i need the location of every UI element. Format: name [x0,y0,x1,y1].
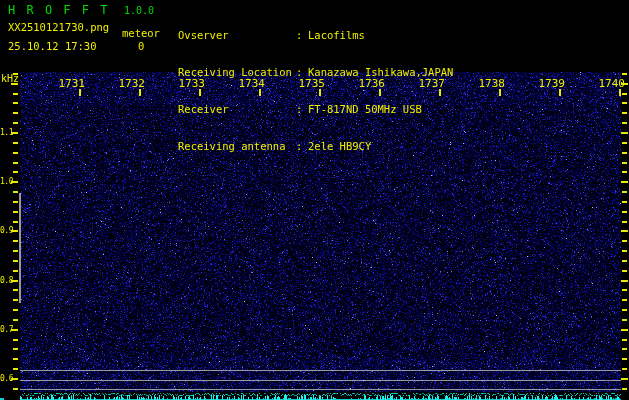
time-tick-label: 1736 [345,77,385,90]
freq-tick-label: 0.8 [0,276,13,285]
station-info-separator: : [296,140,308,153]
time-tick-label: 1732 [105,77,145,90]
time-tick-label: 1740 [585,77,625,90]
station-info-separator: : [296,103,308,116]
freq-tick-label: 0.7 [0,325,13,334]
station-info-label: Receiving antenna [178,140,296,153]
freq-axis-unit-label: kHz [1,73,19,84]
freq-tick-label: 0.9 [0,226,13,235]
station-info-label: Ovserver [178,29,296,42]
output-filename: XX2510121730.png [8,21,109,33]
time-tick-label: 1738 [465,77,505,90]
station-info-label: Receiver [178,103,296,116]
station-info-row: Receiver : FT-817ND 50MHz USB [178,103,453,116]
app-title: H R O F F T [8,3,109,17]
hrofft-window: H R O F F T 1.0.0 XX2510121730.png meteo… [0,0,629,400]
station-info-row: Receiving antenna : 2ele HB9CY [178,140,453,153]
hourly-echo-count: 0 [138,40,144,52]
freq-tick-label: 0.6 [0,374,13,383]
station-info: Ovserver : Lacofilms Receiving Location … [178,5,453,177]
station-info-separator: : [296,29,308,42]
station-info-value: 2ele HB9CY [308,140,371,153]
station-info-value: FT-817ND 50MHz USB [308,103,422,116]
observation-datetime: 25.10.12 17:30 [8,40,97,52]
time-tick-label: 1739 [525,77,565,90]
time-tick-label: 1734 [225,77,265,90]
station-info-value: Lacofilms [308,29,365,42]
observation-mode: meteor [122,27,160,39]
time-tick-label: 1733 [165,77,205,90]
time-tick-label: 1737 [405,77,445,90]
freq-tick-label: 1.1 [0,128,13,137]
station-info-row: Ovserver : Lacofilms [178,29,453,42]
freq-tick-label: 1.0 [0,177,13,186]
app-version: 1.0.0 [124,5,154,16]
time-tick-label: 1735 [285,77,325,90]
time-tick-label: 1731 [45,77,85,90]
